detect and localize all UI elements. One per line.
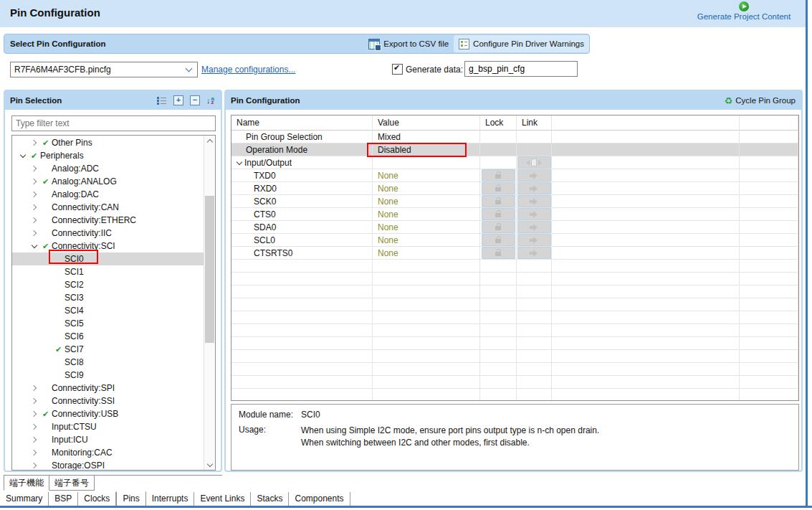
tree-item-SCI8[interactable]: SCI8 (12, 356, 204, 369)
pin-row-TXD0[interactable]: TXD0None (231, 169, 798, 182)
tree-item-Other Pins[interactable]: ✔Other Pins (12, 136, 204, 149)
tree-item-Analog:ANALOG[interactable]: ✔Analog:ANALOG (12, 175, 204, 188)
pin-value-cell[interactable]: None (373, 247, 480, 260)
link-button[interactable] (517, 195, 551, 207)
tab-summary[interactable]: Summary (0, 492, 49, 507)
tab-interrupts[interactable]: Interrupts (146, 492, 195, 507)
generate-data-checkbox[interactable] (392, 64, 403, 75)
tree-item-Connectivity:SSI[interactable]: Connectivity:SSI (12, 395, 204, 407)
pin-value-cell[interactable]: None (373, 221, 480, 234)
view-tab-端子番号[interactable]: 端子番号 (49, 475, 95, 491)
view-tab-端子機能[interactable]: 端子機能 (4, 475, 49, 491)
tab-bsp[interactable]: BSP (49, 492, 78, 507)
pin-value-cell[interactable]: None (373, 169, 480, 182)
chevron-right-icon[interactable] (29, 164, 39, 174)
filter-input[interactable] (11, 115, 216, 131)
tab-stacks[interactable]: Stacks (251, 492, 289, 507)
tree-item-SCI5[interactable]: SCI5 (12, 317, 204, 330)
lock-button[interactable] (482, 234, 515, 246)
tab-pins[interactable]: Pins (116, 491, 145, 507)
pin-value-cell[interactable]: Mixed (373, 131, 480, 143)
chevron-right-icon[interactable] (29, 228, 39, 238)
link-button[interactable] (517, 234, 551, 246)
tree-item-Input:CTSU[interactable]: Input:CTSU (12, 420, 204, 433)
tree-scrollbar[interactable] (204, 136, 215, 470)
chevron-right-icon[interactable] (29, 396, 39, 406)
pin-row-CTSRTS0[interactable]: CTSRTS0None (231, 247, 798, 260)
tab-components[interactable]: Components (289, 492, 350, 507)
pin-value-cell[interactable]: None (373, 182, 480, 195)
lock-button[interactable] (482, 195, 515, 207)
cycle-pin-group-button[interactable]: ♻ Cycle Pin Group (725, 95, 796, 106)
pin-row-SCK0[interactable]: SCK0None (231, 195, 798, 208)
pin-row-Operation-Mode[interactable]: Operation ModeDisabled (231, 143, 798, 156)
tree-item-SCI2[interactable]: SCI2 (12, 278, 204, 291)
tree-item-SCI7[interactable]: ✔SCI7 (12, 343, 204, 356)
tree-item-Analog:DAC[interactable]: Analog:DAC (12, 188, 204, 201)
chevron-right-icon[interactable] (29, 202, 39, 212)
chevron-right-icon[interactable] (29, 176, 39, 186)
tree-item-SCI4[interactable]: SCI4 (12, 304, 204, 317)
chevron-right-icon[interactable] (29, 138, 39, 148)
tree-item-SCI6[interactable]: SCI6 (12, 330, 204, 343)
show-list-icon[interactable] (157, 96, 167, 105)
pin-row-Input-Output[interactable]: Input/Output (231, 156, 798, 169)
lock-button[interactable] (482, 169, 515, 181)
link-button[interactable] (517, 208, 551, 220)
tree-item-Monitoring:CAC[interactable]: Monitoring:CAC (12, 446, 204, 459)
link-button[interactable] (517, 169, 551, 181)
pin-row-SCL0[interactable]: SCL0None (231, 234, 798, 247)
tree-item-Connectivity:CAN[interactable]: Connectivity:CAN (12, 201, 204, 214)
lock-button[interactable] (482, 247, 515, 259)
scroll-up-icon[interactable] (204, 136, 215, 146)
tree-item-Analog:ADC[interactable]: Analog:ADC (12, 162, 204, 175)
chevron-down-icon[interactable] (29, 241, 39, 251)
tab-clocks[interactable]: Clocks (78, 492, 116, 507)
collapse-all-icon[interactable]: − (190, 95, 200, 105)
chevron-right-icon[interactable] (29, 383, 39, 393)
expand-all-icon[interactable]: + (173, 95, 183, 105)
tree-item-Connectivity:IIC[interactable]: Connectivity:IIC (12, 227, 204, 240)
link-button[interactable] (517, 182, 551, 194)
pin-row-Pin-Group-Selection[interactable]: Pin Group SelectionMixed (231, 131, 798, 143)
pin-value-cell[interactable]: None (373, 195, 480, 208)
tree-item-SCI0[interactable]: SCI0 (12, 252, 204, 265)
chevron-right-icon[interactable] (29, 461, 39, 471)
scroll-down-icon[interactable] (204, 459, 215, 470)
generate-data-input[interactable] (464, 61, 578, 77)
lock-button[interactable] (482, 221, 515, 233)
chevron-right-icon[interactable] (29, 448, 39, 458)
pin-row-RXD0[interactable]: RXD0None (231, 182, 798, 195)
chevron-right-icon[interactable] (29, 215, 39, 225)
pin-row-SDA0[interactable]: SDA0None (231, 221, 798, 234)
tab-event-links[interactable]: Event Links (194, 492, 251, 507)
pin-row-CTS0[interactable]: CTS0None (231, 208, 798, 221)
scrollbar-thumb[interactable] (205, 196, 214, 343)
chevron-right-icon[interactable] (29, 189, 39, 199)
generate-project-content-button[interactable]: Generate Project Content (682, 1, 806, 21)
lock-button[interactable] (482, 182, 515, 194)
link-button[interactable] (517, 247, 551, 259)
tree-item-Peripherals[interactable]: ✔Peripherals (12, 149, 204, 162)
pincfg-select[interactable]: R7FA6M4AF3CFB.pincfg (10, 62, 198, 77)
tree-item-Connectivity:SCI[interactable]: ✔Connectivity:SCI (12, 240, 204, 252)
export-csv-button[interactable]: Export to CSV file (363, 35, 454, 52)
chevron-right-icon[interactable] (29, 435, 39, 445)
chevron-down-icon[interactable] (234, 158, 244, 168)
chevron-right-icon[interactable] (29, 409, 39, 419)
cycle-nav-button[interactable] (517, 156, 551, 169)
pin-value-cell[interactable] (373, 156, 480, 169)
tree-item-SCI1[interactable]: SCI1 (12, 265, 204, 278)
chevron-down-icon[interactable] (18, 151, 28, 161)
pin-value-cell[interactable]: Disabled (373, 143, 480, 156)
sort-az-icon[interactable]: ↓az (206, 96, 214, 105)
tree-item-Input:ICU[interactable]: Input:ICU (12, 433, 204, 446)
pin-value-cell[interactable]: None (373, 234, 480, 247)
chevron-right-icon[interactable] (29, 422, 39, 432)
pin-value-cell[interactable]: None (373, 208, 480, 221)
configure-pin-driver-warnings-button[interactable]: Configure Pin Driver Warnings (454, 35, 589, 52)
tree-item-SCI3[interactable]: SCI3 (12, 291, 204, 304)
link-button[interactable] (517, 221, 551, 233)
tree-item-Connectivity:SPI[interactable]: Connectivity:SPI (12, 382, 204, 395)
tree-item-Storage:OSPI[interactable]: Storage:OSPI (12, 459, 204, 471)
